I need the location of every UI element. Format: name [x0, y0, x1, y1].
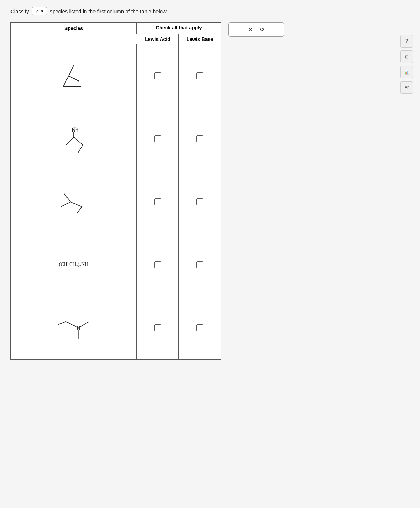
svg-text:NH: NH: [72, 127, 79, 132]
svg-line-14: [77, 206, 82, 213]
species-cell-1: [11, 44, 137, 107]
lewis-acid-checkbox-4[interactable]: [154, 261, 161, 268]
sub-headers-row: Lewis Acid Lewis Base: [11, 34, 221, 44]
species-cell-5: N: [11, 296, 137, 359]
help-icon: ?: [405, 38, 408, 44]
feedback-box: ✕ ↺: [228, 22, 284, 37]
svg-line-16: [66, 322, 76, 327]
svg-line-7: [66, 137, 74, 144]
table-row: N: [11, 296, 221, 359]
svg-line-2: [63, 76, 69, 86]
lewis-acid-checkbox-2[interactable]: [154, 135, 161, 142]
species-column-header: Species: [11, 23, 137, 34]
lewis-base-cell-3: [179, 170, 221, 233]
lewis-base-cell-4: [179, 233, 221, 296]
page-container: Classify ✓ ▼ species listed in the first…: [0, 0, 420, 367]
table-row: (CH3CH2)2NH: [11, 233, 221, 296]
table-row: [11, 44, 221, 107]
species-cell-4: (CH3CH2)2NH: [11, 233, 137, 296]
lewis-base-checkbox-4[interactable]: [196, 261, 203, 268]
lewis-base-cell-5: [179, 296, 221, 359]
feedback-undo-icon[interactable]: ↺: [260, 26, 264, 33]
lewis-base-checkbox-1[interactable]: [196, 72, 203, 79]
lewis-acid-cell-5: [137, 296, 179, 359]
lewis-base-checkbox-3[interactable]: [196, 198, 203, 205]
svg-line-11: [64, 193, 70, 202]
lewis-base-checkbox-2[interactable]: [196, 135, 203, 142]
svg-line-8: [74, 137, 83, 144]
lewis-acid-header: Lewis Acid: [137, 34, 179, 44]
main-content: Species Check all that apply Lewis Acid …: [10, 22, 410, 360]
svg-line-0: [69, 65, 74, 76]
lewis-acid-cell-1: [137, 44, 179, 107]
table-icon: ⊞: [405, 54, 409, 59]
side-icons-panel: ? ⊞ 📊 Ar: [400, 35, 413, 94]
lewis-acid-checkbox-1[interactable]: [154, 72, 161, 79]
periodic-table-icon: Ar: [405, 85, 409, 90]
table-row: NH: [11, 107, 221, 170]
table-icon-button[interactable]: ⊞: [400, 50, 413, 63]
lewis-acid-checkbox-5[interactable]: [154, 324, 161, 331]
species-formula-4: (CH3CH2)2NH: [59, 262, 88, 268]
species-cell-3: +: [11, 170, 137, 233]
chevron-down-icon: ▼: [41, 9, 44, 13]
classify-dropdown[interactable]: ✓ ▼: [32, 7, 47, 15]
structure-svg-5: N: [39, 307, 109, 349]
right-panel: ✕ ↺: [228, 22, 284, 37]
header-description: species listed in the first column of th…: [50, 8, 168, 14]
lewis-base-cell-1: [179, 44, 221, 107]
svg-line-17: [58, 322, 66, 325]
table-header: Species Check all that apply: [11, 23, 221, 34]
svg-text:N: N: [77, 325, 80, 331]
lewis-base-checkbox-5[interactable]: [196, 324, 203, 331]
check-all-header: Check all that apply: [137, 23, 221, 33]
table-row: +: [11, 170, 221, 233]
lewis-acid-cell-2: [137, 107, 179, 170]
chart-icon-button[interactable]: 📊: [400, 66, 413, 78]
lewis-acid-cell-3: [137, 170, 179, 233]
lewis-base-header: Lewis Base: [179, 34, 221, 44]
lewis-acid-checkbox-3[interactable]: [154, 198, 161, 205]
lewis-base-cell-2: [179, 107, 221, 170]
chart-icon: 📊: [404, 70, 409, 75]
svg-line-13: [70, 202, 82, 207]
svg-line-12: [61, 202, 71, 207]
header-row: Classify ✓ ▼ species listed in the first…: [10, 7, 410, 15]
species-cell-2: NH: [11, 107, 137, 170]
structure-svg-2: NH: [39, 118, 109, 160]
dropdown-label: ✓: [35, 8, 39, 14]
structure-svg-1: [39, 55, 109, 97]
classify-label: Classify: [10, 8, 29, 14]
svg-line-9: [78, 145, 83, 152]
svg-line-18: [80, 322, 89, 327]
lewis-acid-cell-4: [137, 233, 179, 296]
svg-line-1: [69, 76, 79, 81]
classification-table: Species Check all that apply Lewis Acid …: [10, 22, 221, 360]
feedback-x-icon: ✕: [248, 26, 253, 33]
help-icon-button[interactable]: ?: [400, 35, 413, 48]
structure-svg-3: +: [39, 181, 109, 223]
periodic-table-icon-button[interactable]: Ar: [400, 81, 413, 94]
